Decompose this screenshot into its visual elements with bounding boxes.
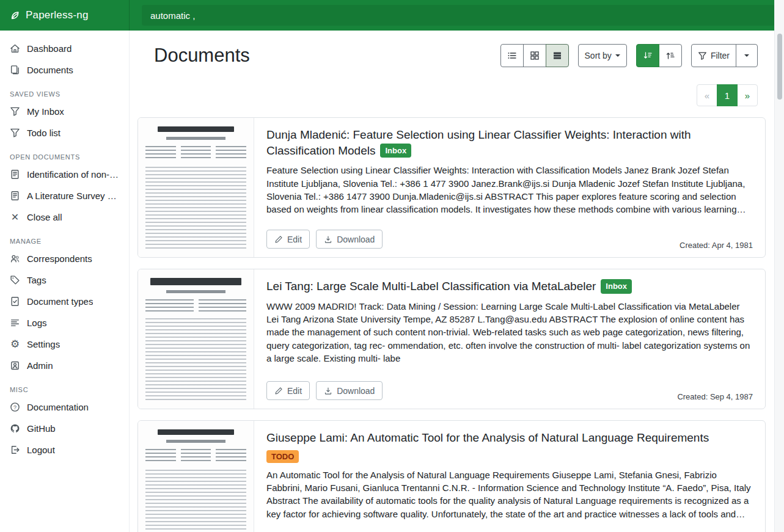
sidebar-item-label: Correspondents [27,253,92,264]
gear-icon: ⚙ [10,339,20,349]
pencil-icon [274,235,283,244]
sort-direction-group [636,44,682,67]
document-title[interactable]: Lei Tang: Large Scale Multi-Label Classi… [266,279,753,294]
sidebar-item-label: My Inbox [27,106,64,117]
chevron-down-icon [615,54,620,59]
vertical-scrollbar[interactable] [774,0,784,532]
sidebar-item-label: Identification of non-fu... [27,169,119,180]
sidebar-item-label: Dashboard [27,43,71,54]
sidebar-item-label: Settings [27,339,60,349]
view-details-button[interactable] [546,44,569,67]
tag-badge-todo[interactable]: TODO [266,450,299,463]
created-date: Created: Sep 4, 1987 [677,392,753,401]
document-thumbnail[interactable] [138,118,254,257]
thumbnail-text-lines [145,167,246,251]
sidebar: Dashboard Documents SAVED VIEWS My Inbox… [0,31,130,532]
scrollbar-thumb[interactable] [777,34,782,100]
sidebar-item-open-document-1[interactable]: Identification of non-fu... [0,164,129,185]
view-list-button[interactable] [500,44,524,67]
pagination-prev-button[interactable]: « [697,84,717,106]
thumbnail-subtitle-line [166,440,225,443]
documents-toolbar: Sort by [500,44,758,67]
search-input[interactable] [142,5,775,26]
sort-by-dropdown[interactable]: Sort by [578,44,627,67]
documents-list: Dunja Mladenić: Feature Selection using … [130,106,784,532]
sidebar-item-label: Documentation [27,402,89,412]
sidebar-item-logout[interactable]: Logout [0,439,129,461]
funnel-icon [10,106,20,117]
document-card: Giuseppe Lami: An Automatic Tool for the… [137,420,766,532]
sidebar-item-open-document-2[interactable]: A Literature Survey on ... [0,185,129,206]
sidebar-item-dashboard[interactable]: Dashboard [0,38,129,59]
filter-dropdown-toggle[interactable] [736,44,758,67]
list-lines-icon [10,318,20,328]
thumbnail-subtitle-line [166,290,225,293]
main-content: Documents [130,31,784,532]
file-text-icon [10,191,20,201]
sort-ascending-button[interactable] [659,44,682,67]
sidebar-item-my-inbox[interactable]: My Inbox [0,101,129,122]
sidebar-section-saved-views: SAVED VIEWS [0,81,129,101]
document-excerpt: An Automatic Tool for the Analysis of Na… [266,468,753,520]
sidebar-item-correspondents[interactable]: Correspondents [0,248,129,269]
download-button[interactable]: Download [316,230,383,249]
sidebar-item-close-all[interactable]: ✕ Close all [0,206,129,228]
sidebar-section-open-documents: OPEN DOCUMENTS [0,144,129,164]
pencil-icon [274,387,283,395]
filter-group: Filter [691,44,758,67]
sort-by-label: Sort by [585,51,612,60]
sidebar-item-todo-list[interactable]: Todo list [0,122,129,144]
document-thumbnail[interactable] [138,269,254,409]
pagination: « 1 » [130,67,784,106]
sidebar-item-label: A Literature Survey on ... [27,191,119,201]
pagination-next-button[interactable]: » [737,84,758,106]
thumbnail-title-line [150,278,241,285]
sidebar-item-tags[interactable]: Tags [0,269,129,291]
chevron-down-icon [744,54,749,59]
document-title[interactable]: Giuseppe Lami: An Automatic Tool for the… [266,430,753,446]
download-icon [324,235,332,244]
app-title: Paperless-ng [26,9,89,21]
sidebar-item-label: Todo list [27,128,60,138]
download-button[interactable]: Download [316,381,383,400]
download-icon [324,387,332,395]
sidebar-item-settings[interactable]: ⚙ Settings [0,333,129,355]
edit-button[interactable]: Edit [266,381,310,400]
funnel-icon [10,128,20,138]
sidebar-item-logs[interactable]: Logs [0,312,129,333]
view-grid-button[interactable] [523,44,546,67]
sort-descending-button[interactable] [636,44,659,67]
thumbnail-title-line [158,126,234,132]
sidebar-item-document-types[interactable]: Document types [0,291,129,312]
person-badge-icon [10,360,20,371]
tag-badge-inbox[interactable]: Inbox [601,279,632,294]
files-icon [10,65,20,75]
sidebar-item-label: Admin [27,360,53,371]
sidebar-item-admin[interactable]: Admin [0,355,129,376]
sidebar-item-label: Tags [27,275,46,285]
document-excerpt: WWW 2009 MADRID! Track: Data Mining / Se… [266,300,753,365]
filter-button[interactable]: Filter [691,44,736,67]
sidebar-item-documentation[interactable]: ? Documentation [0,396,129,418]
app-logo[interactable]: Paperless-ng [0,0,130,31]
sidebar-item-github[interactable]: GitHub [0,418,129,439]
logout-icon [10,445,20,455]
document-excerpt: Feature Selection using Linear Classifie… [266,164,753,216]
document-card: Dunja Mladenić: Feature Selection using … [137,117,766,258]
thumbnail-title-line [158,429,234,435]
question-circle-icon: ? [10,402,20,412]
thumbnail-subtitle-line [166,137,225,140]
sidebar-section-manage: MANAGE [0,228,129,248]
sidebar-item-documents[interactable]: Documents [0,59,129,81]
document-thumbnail[interactable] [138,421,254,532]
sidebar-section-misc: MISC [0,376,129,396]
file-check-icon [10,296,20,307]
edit-button[interactable]: Edit [266,230,310,249]
pagination-page-1-button[interactable]: 1 [717,84,738,106]
file-text-icon [10,169,20,180]
tag-badge-inbox[interactable]: Inbox [380,144,411,158]
sidebar-item-label: Documents [27,65,73,75]
document-title[interactable]: Dunja Mladenić: Feature Selection using … [266,127,753,158]
people-icon [10,253,20,264]
sidebar-item-label: Logs [27,318,47,328]
